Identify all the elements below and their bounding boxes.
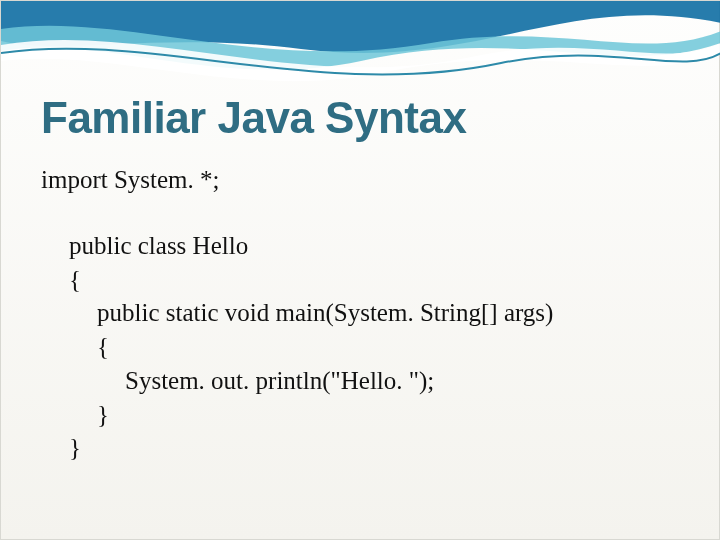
code-line: System. out. println("Hello. "); [125,364,679,398]
code-line: } [97,398,679,432]
code-line: import System. *; [41,163,679,197]
code-line: { [97,330,679,364]
code-line: } [69,431,679,465]
code-line: public static void main(System. String[]… [97,296,679,330]
slide-title: Familiar Java Syntax [41,93,466,143]
decorative-wave [1,1,720,91]
slide: Familiar Java Syntax import System. *; p… [0,0,720,540]
code-body: import System. *; public class Hello { p… [41,163,679,465]
code-line: public class Hello [69,229,679,263]
code-line: { [69,263,679,297]
